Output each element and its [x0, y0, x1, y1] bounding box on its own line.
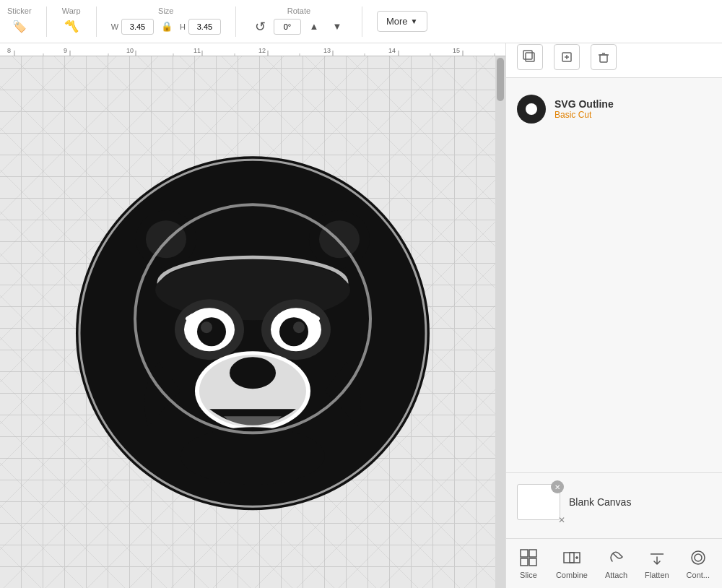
- slice-action[interactable]: Slice: [518, 548, 539, 579]
- blank-canvas-section: ✕ Blank Canvas: [506, 472, 722, 538]
- flatten-label: Flatten: [645, 571, 669, 579]
- duplicate-layer-btn[interactable]: [517, 44, 543, 70]
- contour-action[interactable]: Cont...: [687, 548, 710, 579]
- bear-container: [65, 145, 440, 524]
- layer-name: SVG Outline: [554, 98, 614, 110]
- combine-label: Combine: [556, 571, 588, 579]
- sticker-section: Sticker 🏷️: [7, 7, 47, 37]
- canvas-scrollbar[interactable]: [495, 56, 505, 588]
- svg-rect-51: [600, 55, 607, 62]
- sticker-controls: 🏷️: [9, 17, 30, 37]
- svg-text:9: 9: [64, 47, 67, 54]
- combine-action[interactable]: Combine: [556, 548, 588, 579]
- svg-rect-56: [521, 558, 528, 566]
- svg-text:11: 11: [193, 47, 201, 54]
- svg-point-35: [197, 317, 226, 346]
- svg-rect-57: [529, 558, 536, 566]
- width-input[interactable]: [121, 19, 154, 35]
- blank-canvas-label: Blank Canvas: [569, 496, 631, 508]
- svg-point-64: [695, 554, 702, 561]
- more-arrow-icon: ▼: [411, 17, 418, 25]
- svg-rect-55: [529, 550, 536, 557]
- attach-icon: [606, 548, 626, 568]
- sticker-icon-btn[interactable]: 🏷️: [9, 17, 30, 37]
- svg-point-44: [180, 427, 325, 485]
- canvas-scrollbar-thumb[interactable]: [497, 58, 504, 101]
- rotate-up-btn[interactable]: ▲: [304, 17, 324, 37]
- svg-point-40: [293, 321, 305, 333]
- lock-icon[interactable]: 🔒: [157, 17, 177, 37]
- rotate-down-btn[interactable]: ▼: [327, 17, 347, 37]
- attach-label: Attach: [605, 571, 627, 579]
- rotate-controls: ↺ ▲ ▼: [251, 17, 347, 37]
- svg-point-43: [230, 357, 276, 389]
- size-section: Size W 🔒 H: [111, 7, 236, 37]
- svg-rect-46: [526, 53, 534, 61]
- sticker-group: Sticker 🏷️: [7, 7, 32, 37]
- size-controls: W 🔒 H: [111, 17, 221, 37]
- blank-canvas-close-btn[interactable]: ✕: [551, 480, 564, 493]
- top-toolbar: Sticker 🏷️ Warp 〽️ Size W 🔒 H: [0, 0, 722, 43]
- add-icon: [560, 50, 574, 64]
- contour-icon: [688, 548, 708, 568]
- layer-type: Basic Cut: [554, 110, 614, 120]
- rotate-input[interactable]: [274, 19, 301, 35]
- flatten-icon: [647, 548, 667, 568]
- blank-canvas-preview: ✕ Blank Canvas: [517, 484, 711, 520]
- svg-point-28: [146, 220, 186, 258]
- bear-svg: [65, 145, 440, 521]
- svg-rect-54: [521, 550, 528, 557]
- svg-point-36: [201, 321, 212, 333]
- layer-thumbnail-inner: [526, 103, 537, 115]
- size-group: Size W 🔒 H: [111, 7, 221, 37]
- bottom-action-bar: Slice Combine Attach: [506, 538, 722, 588]
- svg-text:12: 12: [258, 47, 266, 54]
- layer-thumbnail: [517, 95, 546, 124]
- height-icon: H: [180, 22, 186, 31]
- svg-point-39: [279, 317, 308, 346]
- rotate-label: Rotate: [287, 7, 310, 15]
- warp-icon-btn[interactable]: 〽️: [61, 17, 82, 37]
- delete-icon: [596, 50, 611, 64]
- size-label: Size: [158, 7, 173, 15]
- height-input[interactable]: [188, 19, 221, 35]
- delete-layer-btn[interactable]: [591, 44, 617, 70]
- add-layer-btn[interactable]: [554, 44, 580, 70]
- sticker-label: Sticker: [7, 7, 32, 15]
- layers-list: SVG Outline Basic Cut: [506, 78, 722, 472]
- more-button[interactable]: More ▼: [377, 11, 427, 32]
- rotate-section: Rotate ↺ ▲ ▼: [251, 7, 362, 37]
- rotate-group: Rotate ↺ ▲ ▼: [251, 7, 347, 37]
- svg-text:13: 13: [323, 47, 331, 54]
- slice-label: Slice: [520, 571, 537, 579]
- ruler-bar: 8 9 10 11 12 13 14 15: [0, 43, 505, 56]
- combine-icon: [562, 548, 582, 568]
- warp-section: Warp 〽️: [61, 7, 97, 37]
- svg-rect-58: [564, 553, 574, 563]
- warp-controls: 〽️: [61, 17, 82, 37]
- svg-text:10: 10: [126, 47, 134, 54]
- width-icon: W: [111, 22, 118, 31]
- contour-label: Cont...: [687, 571, 710, 579]
- svg-point-30: [319, 220, 360, 258]
- flatten-action[interactable]: Flatten: [645, 548, 669, 579]
- warp-label: Warp: [62, 7, 81, 15]
- canvas-area[interactable]: [0, 43, 505, 588]
- rotate-icon-btn[interactable]: ↺: [251, 17, 271, 37]
- attach-action[interactable]: Attach: [605, 548, 627, 579]
- blank-canvas-thumb: ✕: [517, 484, 560, 520]
- svg-point-63: [692, 551, 705, 564]
- right-panel: Layers Color Sync ✕: [505, 0, 722, 588]
- warp-group: Warp 〽️: [61, 7, 82, 37]
- more-label: More: [386, 16, 408, 27]
- svg-text:8: 8: [7, 47, 11, 54]
- svg-text:14: 14: [388, 47, 396, 54]
- svg-text:15: 15: [453, 47, 460, 54]
- ruler-svg: 8 9 10 11 12 13 14 15: [0, 43, 505, 56]
- svg-rect-47: [523, 51, 532, 59]
- slice-icon: [518, 548, 539, 568]
- layer-info: SVG Outline Basic Cut: [554, 98, 614, 120]
- layer-item[interactable]: SVG Outline Basic Cut: [517, 89, 711, 129]
- duplicate-icon: [523, 50, 537, 64]
